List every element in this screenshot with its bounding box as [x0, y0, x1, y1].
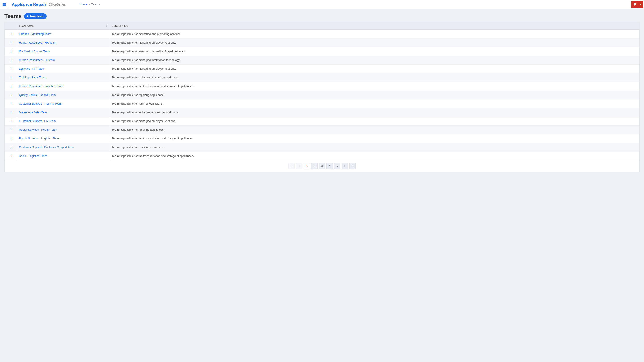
- page-next-button[interactable]: [342, 163, 348, 169]
- svg-point-10: [10, 60, 11, 60]
- breadcrumb-home[interactable]: Home: [80, 3, 87, 6]
- svg-point-24: [10, 102, 11, 103]
- svg-point-17: [10, 78, 11, 79]
- team-name-link[interactable]: Training - Sales Team: [19, 76, 46, 79]
- notifications-button[interactable]: [632, 1, 638, 8]
- filter-icon[interactable]: [105, 24, 108, 27]
- pagination: 12345: [5, 160, 639, 172]
- breadcrumb: Home » Teams: [70, 3, 100, 6]
- table-row: Training - Sales TeamTeam responsible fo…: [5, 73, 639, 82]
- team-description: Team responsible for the transportation …: [110, 134, 639, 143]
- team-name-link[interactable]: Repair Services - Logistics Team: [19, 137, 60, 140]
- team-description: Team responsible for selling repair serv…: [110, 108, 639, 117]
- column-header-description[interactable]: Description: [110, 22, 639, 29]
- svg-point-8: [10, 52, 11, 53]
- breadcrumb-current: Teams: [91, 3, 100, 6]
- svg-point-1: [10, 34, 11, 34]
- svg-point-22: [10, 95, 11, 95]
- svg-point-11: [10, 61, 11, 62]
- table-row: Quality Control - Repair TeamTeam respon…: [5, 91, 639, 99]
- team-description: Team responsible for managing employee r…: [110, 38, 639, 47]
- brand-title: Appliance Repair: [8, 2, 48, 7]
- svg-point-36: [10, 137, 11, 138]
- team-description: Team responsible for training technician…: [110, 99, 639, 108]
- more-vertical-icon: [10, 93, 12, 96]
- team-name-link[interactable]: Repair Services - Repair Team: [19, 128, 57, 131]
- row-actions-button[interactable]: [8, 143, 14, 151]
- row-actions-button[interactable]: [8, 56, 14, 64]
- svg-point-15: [10, 76, 11, 77]
- page-prev-button: [296, 163, 302, 169]
- svg-point-23: [10, 96, 11, 96]
- menu-button[interactable]: [0, 0, 8, 9]
- row-actions-button[interactable]: [8, 39, 14, 46]
- row-actions-button[interactable]: [8, 74, 14, 81]
- first-page-icon: [290, 165, 293, 167]
- table-row: Human Resources - IT TeamTeam responsibl…: [5, 56, 639, 64]
- row-actions-button[interactable]: [8, 91, 14, 99]
- chevron-right-icon: »: [88, 3, 90, 6]
- table-header-row: Team Name Description: [5, 22, 639, 30]
- table-row: Customer Support - HR TeamTeam responsib…: [5, 117, 639, 126]
- team-name-link[interactable]: Finance - Marketing Team: [19, 32, 51, 35]
- more-vertical-icon: [10, 120, 12, 123]
- row-actions-button[interactable]: [8, 48, 14, 55]
- svg-point-6: [10, 50, 11, 50]
- more-vertical-icon: [10, 146, 12, 149]
- svg-point-43: [10, 156, 11, 156]
- table-row: Marketing - Sales TeamTeam responsible f…: [5, 108, 639, 117]
- table-row: Repair Services - Repair TeamTeam respon…: [5, 126, 639, 134]
- chevron-right-icon: [344, 165, 346, 167]
- page-number-button[interactable]: 1: [304, 163, 310, 169]
- svg-point-26: [10, 105, 11, 105]
- row-actions-button[interactable]: [8, 109, 14, 116]
- svg-point-37: [10, 138, 11, 139]
- new-team-button[interactable]: New team: [24, 13, 46, 19]
- row-actions-button[interactable]: [8, 135, 14, 142]
- team-name-link[interactable]: Logistics - HR Team: [19, 67, 44, 70]
- team-description: Team responsible for repairing appliance…: [110, 126, 639, 134]
- row-actions-button[interactable]: [8, 117, 14, 125]
- more-vertical-icon: [10, 50, 12, 53]
- plus-icon: [26, 15, 29, 18]
- team-name-link[interactable]: Human Resources - HR Team: [19, 41, 56, 44]
- team-name-link[interactable]: Customer Support - Training Team: [19, 102, 62, 105]
- table-row: Human Resources - HR TeamTeam responsibl…: [5, 38, 639, 47]
- column-header-description-label: Description: [112, 24, 128, 27]
- row-actions-button[interactable]: [8, 152, 14, 160]
- row-actions-button[interactable]: [8, 100, 14, 107]
- page-number-button[interactable]: 5: [334, 163, 340, 169]
- page-last-button[interactable]: [349, 163, 356, 169]
- hamburger-icon: [2, 2, 6, 6]
- more-vertical-icon: [10, 76, 12, 79]
- page-number-button[interactable]: 2: [311, 163, 318, 169]
- svg-point-35: [10, 131, 11, 131]
- team-name-link[interactable]: Human Resources - Logistics Team: [19, 85, 63, 88]
- svg-point-40: [10, 147, 11, 148]
- svg-point-5: [10, 43, 11, 44]
- page-number-button[interactable]: 3: [319, 163, 325, 169]
- svg-point-44: [10, 157, 11, 158]
- column-header-name[interactable]: Team Name: [17, 22, 110, 29]
- team-name-link[interactable]: Quality Control - Repair Team: [19, 93, 56, 96]
- team-name-link[interactable]: Sales - Logistics Team: [19, 154, 47, 158]
- row-actions-button[interactable]: [8, 126, 14, 134]
- svg-point-27: [10, 111, 11, 111]
- team-name-link[interactable]: Customer Support - HR Team: [19, 120, 56, 123]
- team-name-link[interactable]: Customer Support - Customer Support Team: [19, 146, 74, 149]
- row-actions-button[interactable]: [8, 30, 14, 38]
- team-name-link[interactable]: Marketing - Sales Team: [19, 111, 48, 114]
- row-actions-button[interactable]: [8, 82, 14, 90]
- row-actions-button[interactable]: [8, 65, 14, 73]
- page-number-button[interactable]: 4: [326, 163, 333, 169]
- more-vertical-icon: [10, 32, 12, 35]
- team-name-link[interactable]: IT - Quality Control Team: [19, 50, 50, 53]
- page-first-button: [288, 163, 295, 169]
- svg-point-39: [10, 146, 11, 146]
- svg-point-3: [10, 41, 11, 42]
- svg-point-41: [10, 148, 11, 149]
- team-name-link[interactable]: Human Resources - IT Team: [19, 58, 54, 62]
- more-vertical-icon: [10, 111, 12, 114]
- svg-point-29: [10, 113, 11, 114]
- user-menu-dropdown[interactable]: [638, 1, 643, 8]
